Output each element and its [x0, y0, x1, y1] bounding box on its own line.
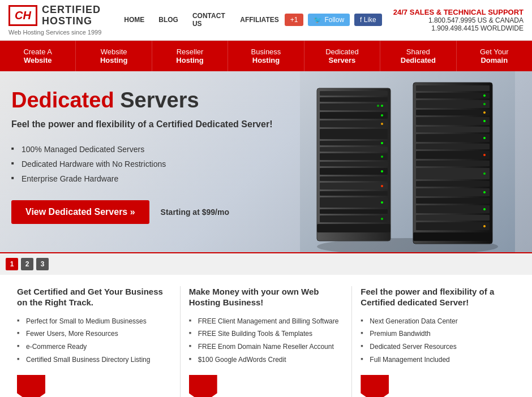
svg-rect-35	[416, 100, 490, 108]
svg-rect-16	[320, 153, 388, 160]
svg-rect-39	[416, 117, 490, 125]
nav-website-hosting-line1: Website	[101, 48, 127, 56]
hero-cta: View Dedicated Servers » Starting at $99…	[11, 200, 277, 224]
logo-text: CERTIFIED HOSTING	[42, 5, 101, 27]
svg-point-7	[377, 105, 379, 107]
feature-col-1: Get Certified and Get Your Business on t…	[8, 286, 181, 397]
svg-rect-44	[416, 144, 490, 149]
nav-website-hosting[interactable]: Website Hosting	[76, 41, 152, 71]
svg-rect-48	[416, 168, 490, 179]
nav-create-website-line2: Website	[24, 56, 52, 64]
feature-1-arrow	[17, 375, 45, 397]
main-navbar: Create A Website Website Hosting Reselle…	[0, 41, 532, 71]
nav-reseller-hosting[interactable]: Reseller Hosting	[152, 41, 228, 71]
feature-2-bullet-4: $100 Google AdWords Credit	[189, 353, 344, 366]
support-title: 24/7 SALES & TECHNICAL SUPPORT	[393, 8, 524, 16]
nav-dedicated-servers[interactable]: Dedicated Servers	[304, 41, 380, 71]
hero-title-dark: Servers	[114, 88, 199, 112]
nav-create-website-line1: Create A	[23, 48, 52, 56]
nav-contact[interactable]: CONTACT US	[192, 12, 226, 28]
nav-business-line1: Business	[251, 48, 281, 56]
facebook-button[interactable]: f Like	[354, 14, 382, 26]
slider-dots: 1 2 3	[0, 252, 532, 275]
slider-dot-1[interactable]: 1	[6, 258, 18, 270]
svg-rect-19	[320, 168, 388, 175]
nav-reseller-line2: Hosting	[176, 56, 203, 64]
logo-line2: HOSTING	[42, 16, 101, 27]
svg-point-36	[483, 103, 486, 105]
svg-point-17	[381, 156, 383, 158]
hero-bullet-3: Enterprise Grade Hardware	[11, 171, 277, 186]
feature-title-3: Feel the power and flexibility of a Cert…	[361, 286, 515, 308]
feature-1-bullet-1: Perfect for Small to Medium Businesses	[17, 315, 171, 328]
nav-reseller-line1: Reseller	[177, 48, 204, 56]
svg-point-40	[483, 120, 486, 122]
nav-create-website[interactable]: Create A Website	[0, 41, 76, 71]
svg-point-26	[381, 201, 383, 204]
svg-rect-8	[320, 112, 388, 119]
svg-rect-59	[413, 232, 492, 241]
hero-subtitle: Feel the power and flexibility of a Cert…	[11, 118, 277, 131]
svg-rect-12	[320, 129, 388, 139]
feature-2-arrow	[189, 375, 217, 397]
svg-rect-53	[416, 198, 490, 204]
nav-domain-line2: Domain	[480, 56, 508, 64]
svg-rect-22	[320, 183, 388, 189]
hero-bullets: 100% Managed Dedicated Servers Dedicated…	[11, 142, 277, 186]
slider-dot-3[interactable]: 3	[36, 258, 49, 270]
svg-rect-30	[317, 224, 391, 232]
svg-point-52	[483, 191, 486, 193]
logo-box: CH CERTIFIED HOSTING	[8, 5, 101, 27]
nav-blog[interactable]: BLOG	[158, 16, 178, 24]
svg-rect-32	[416, 85, 490, 91]
view-dedicated-servers-button[interactable]: View Dedicated Servers »	[11, 200, 149, 224]
hero-content: Dedicated Servers Feel the power and fle…	[0, 71, 294, 252]
svg-point-14	[381, 142, 383, 144]
nav-home[interactable]: HOME	[124, 16, 144, 24]
feature-1-bullet-4: Certified Small Business Directory Listi…	[17, 353, 171, 366]
feature-3-bullet-1: Next Generation Data Center	[361, 315, 515, 328]
top-nav: HOME BLOG CONTACT US AFFILIATES	[124, 12, 278, 28]
feature-1-bullet-2: Fewer Users, More Resources	[17, 327, 171, 340]
svg-rect-56	[416, 215, 490, 221]
hero-bullet-1: 100% Managed Dedicated Servers	[11, 142, 277, 157]
feature-bullets-3: Next Generation Data Center Premium Band…	[361, 315, 515, 366]
svg-point-38	[483, 111, 486, 114]
nav-shared-dedicated[interactable]: Shared Dedicated	[380, 41, 456, 71]
nav-affiliates[interactable]: AFFILIATES	[240, 16, 278, 24]
svg-rect-15	[320, 147, 388, 152]
svg-rect-41	[416, 127, 490, 132]
nav-dedicated-line1: Dedicated	[325, 48, 359, 56]
feature-2-bullet-1: FREE Client Management and Billing Softw…	[189, 315, 344, 328]
feature-3-bullet-4: Full Management Included	[361, 353, 515, 366]
svg-point-43	[483, 137, 486, 139]
nav-get-domain[interactable]: Get Your Domain	[457, 41, 532, 71]
svg-rect-42	[416, 134, 490, 142]
svg-point-23	[381, 185, 383, 187]
svg-rect-3	[320, 91, 388, 96]
svg-rect-37	[416, 110, 490, 115]
hero-server-image	[294, 71, 521, 252]
svg-rect-54	[416, 205, 490, 213]
nav-shared-line1: Shared	[406, 48, 430, 56]
svg-rect-25	[320, 197, 388, 208]
svg-rect-33	[416, 93, 490, 98]
svg-rect-13	[320, 141, 388, 145]
slider-dot-2[interactable]: 2	[21, 258, 33, 270]
feature-col-2: Make Money with your own Web Hosting Bus…	[181, 286, 353, 397]
hero-title-red: Dedicated	[11, 88, 114, 112]
feature-3-arrow	[361, 375, 389, 397]
nav-domain-line1: Get Your	[480, 48, 509, 56]
twitter-button[interactable]: 🐦 Follow	[308, 14, 350, 26]
gplus-button[interactable]: +1	[285, 14, 304, 26]
features-section: Get Certified and Get Your Business on t…	[0, 275, 532, 397]
starting-price: Starting at $99/mo	[161, 208, 229, 217]
support-phone-intl: 1.909.498.4415 WORLDWIDE	[393, 24, 524, 32]
support-area: 24/7 SALES & TECHNICAL SUPPORT 1.800.547…	[382, 8, 524, 32]
svg-rect-51	[416, 188, 490, 196]
logo-area: CH CERTIFIED HOSTING Web Hosting Service…	[8, 5, 101, 36]
nav-business-hosting[interactable]: Business Hosting	[228, 41, 304, 71]
social-buttons: +1 🐦 Follow f Like	[285, 14, 382, 26]
nav-dedicated-line2: Servers	[329, 56, 356, 64]
svg-rect-4	[320, 97, 388, 102]
